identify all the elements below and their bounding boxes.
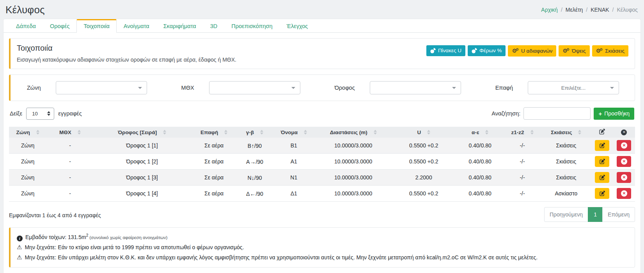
header-zone[interactable]: Ζώνη bbox=[9, 127, 46, 138]
cell-name: Β1 bbox=[272, 138, 316, 154]
area-subnote: (συνολικό χωρίς αφαίρεση ανοιγμάτων) bbox=[89, 235, 167, 240]
floor-filter-select[interactable] bbox=[370, 81, 461, 94]
cell-shading: Σκιάσεις bbox=[541, 170, 591, 186]
table-row: Ζώνη - Όροφος 1 [1] Σε αέρα Β↑/90 Β1 10.… bbox=[9, 138, 635, 154]
pagination-previous[interactable]: Προηγούμενη bbox=[544, 207, 588, 222]
u-adiafanon-button[interactable]: ⚙⚙ U αδιαφανών bbox=[508, 45, 556, 57]
sort-icon bbox=[374, 130, 377, 135]
table-controls: Δείξε 10 εγγραφές Αναζήτηση: + Προσθήκη bbox=[10, 107, 634, 120]
cell-name: Δ1 bbox=[272, 186, 316, 202]
section-header-card: Τοιχοποιία Εισαγωγή κατακόρυφων αδιαφανώ… bbox=[9, 38, 635, 69]
tab-dapeda[interactable]: Δάπεδα bbox=[9, 19, 43, 33]
cell-contact: Σε αέρα bbox=[190, 138, 237, 154]
mthx-filter-label: ΜΘΧ bbox=[181, 85, 194, 91]
tab-3d[interactable]: 3D bbox=[203, 19, 225, 33]
chevron-down-icon bbox=[610, 87, 614, 89]
tab-content: Τοιχοποιία Εισαγωγή κατακόρυφων αδιαφανώ… bbox=[4, 33, 640, 273]
skiaseis-button[interactable]: ⚙⚙ Σκιάσεις bbox=[592, 45, 628, 57]
records-label: εγγραφές bbox=[58, 110, 82, 117]
table-row: Ζώνη - Όροφος 1 [2] Σε αέρα Α→/90 Α1 10.… bbox=[9, 154, 635, 170]
sort-icon bbox=[304, 130, 307, 135]
pagination-next[interactable]: Επόμενη bbox=[602, 207, 635, 222]
cell-floor: Όροφος 1 [3] bbox=[94, 170, 191, 186]
cell-mthx: - bbox=[46, 138, 93, 154]
cell-u: 2.2000 bbox=[391, 170, 457, 186]
sort-icon bbox=[36, 130, 39, 135]
plus-icon: + bbox=[598, 111, 602, 117]
table-row: Ζώνη - Όροφος 1 [3] Σε αέρα Ν↓/90 Ν1 10.… bbox=[9, 170, 635, 186]
sort-icon bbox=[485, 130, 488, 135]
tab-skarifimata[interactable]: Σκαριφήματα bbox=[156, 19, 203, 33]
header-u[interactable]: U bbox=[391, 127, 457, 138]
search-input[interactable] bbox=[523, 107, 591, 120]
delete-row-button[interactable]: ✕ bbox=[617, 172, 631, 183]
tab-proepiskopisi[interactable]: Προεπισκόπηση bbox=[224, 19, 279, 33]
direction-arrow-icon: ← bbox=[250, 190, 255, 197]
notes-card: i Εμβαδόν τοίχων: 131.5m2(συνολικό χωρίς… bbox=[9, 227, 635, 268]
pinakes-u-button[interactable]: Πίνακες U bbox=[426, 45, 465, 56]
sort-icon bbox=[163, 130, 166, 135]
page-size-select[interactable]: 10 bbox=[26, 108, 54, 120]
chart-pie-icon bbox=[472, 48, 477, 53]
chevron-down-icon bbox=[291, 87, 295, 89]
edit-row-button[interactable] bbox=[595, 188, 609, 199]
zone-filter-select[interactable] bbox=[56, 81, 147, 94]
edit-row-button[interactable] bbox=[595, 156, 609, 167]
table-header-row: Ζώνη ΜΘΧ Όροφος [Σειρά] Επαφή γ-β Όνομα … bbox=[9, 127, 635, 138]
header-ae[interactable]: α-ε bbox=[457, 127, 504, 138]
cell-contact: Σε αέρα bbox=[190, 154, 237, 170]
cell-floor: Όροφος 1 [1] bbox=[94, 138, 191, 154]
breadcrumb: Αρχική / Μελέτη / KENAK / Κέλυφος bbox=[541, 7, 638, 13]
header-mthx[interactable]: ΜΘΧ bbox=[46, 127, 93, 138]
feron-percent-button[interactable]: Φέρων % bbox=[468, 45, 506, 56]
cell-u: 0.5500 +0.2 bbox=[391, 186, 457, 202]
add-button[interactable]: + Προσθήκη bbox=[594, 108, 634, 120]
search-label: Αναζήτηση: bbox=[491, 110, 520, 117]
edit-icon bbox=[599, 129, 605, 135]
breadcrumb-home[interactable]: Αρχική bbox=[541, 7, 558, 13]
contact-filter-select[interactable]: Επιλέξτε... bbox=[528, 81, 619, 94]
info-icon: i bbox=[17, 236, 23, 241]
cell-shading: Ασκίαστο bbox=[541, 186, 591, 202]
cell-contact: Σε αέρα bbox=[190, 170, 237, 186]
cell-dimensions: 10.0000/3.0000 bbox=[316, 154, 391, 170]
tab-orofes[interactable]: Οροφές bbox=[43, 19, 76, 33]
header-z1z2[interactable]: z1-z2 bbox=[504, 127, 541, 138]
breadcrumb-separator: / bbox=[612, 7, 614, 13]
delete-row-button[interactable]: ✕ bbox=[617, 140, 631, 151]
cell-z1z2: -/- bbox=[504, 186, 541, 202]
opseis-button[interactable]: ⚙⚙ Όψεις bbox=[559, 45, 589, 57]
cell-gb: Α→/90 bbox=[238, 154, 272, 170]
header-dimensions[interactable]: Διαστάσεις (m) bbox=[316, 127, 391, 138]
tab-elegxos[interactable]: Έλεγχος bbox=[280, 19, 315, 33]
chart-pie-icon bbox=[430, 48, 436, 53]
header-floor[interactable]: Όροφος [Σειρά] bbox=[94, 127, 191, 138]
breadcrumb-kenak[interactable]: KENAK bbox=[591, 7, 609, 13]
page-title: Κέλυφος bbox=[5, 4, 45, 16]
cell-gb: Ν↓/90 bbox=[238, 170, 272, 186]
header-contact[interactable]: Επαφή bbox=[190, 127, 237, 138]
mthx-filter-select[interactable] bbox=[209, 81, 300, 94]
contact-filter-label: Επαφή bbox=[495, 85, 513, 91]
cell-u: 0.5500 +0.2 bbox=[391, 138, 457, 154]
delete-row-button[interactable]: ✕ bbox=[617, 156, 631, 167]
tab-anoigmata[interactable]: Ανοίγματα bbox=[117, 19, 156, 33]
header-gb[interactable]: γ-β bbox=[238, 127, 272, 138]
up-down-spinner-icon bbox=[47, 111, 50, 116]
edit-row-button[interactable] bbox=[595, 140, 609, 151]
direction-arrow-icon: ↓ bbox=[252, 174, 255, 181]
filter-card: Ζώνη ΜΘΧ Όροφος bbox=[9, 74, 635, 101]
warning-note-1: ⚠ Μην ξεχνάτε: Εάν το κτίριο είναι μετά … bbox=[17, 244, 628, 251]
page: Κέλυφος Αρχική / Μελέτη / KENAK / Κέλυφο… bbox=[0, 0, 644, 273]
pagination-page-1[interactable]: 1 bbox=[588, 207, 603, 222]
cell-zone: Ζώνη bbox=[9, 186, 46, 202]
edit-row-button[interactable] bbox=[595, 172, 609, 183]
cell-mthx: - bbox=[46, 186, 93, 202]
header-name[interactable]: Όνομα bbox=[272, 127, 316, 138]
delete-row-button[interactable]: ✕ bbox=[617, 188, 631, 199]
main-panel: Δάπεδα Οροφές Τοιχοποιία Ανοίγματα Σκαρι… bbox=[3, 19, 641, 273]
header-shading[interactable]: Σκιάσεις bbox=[541, 127, 591, 138]
breadcrumb-study[interactable]: Μελέτη bbox=[566, 7, 583, 13]
tab-toixopoiia[interactable]: Τοιχοποιία bbox=[76, 19, 116, 33]
warning-note-2: ⚠ Μην ξεχνάτε: Εάν υπάρχει μελέτη στον Κ… bbox=[17, 254, 628, 261]
